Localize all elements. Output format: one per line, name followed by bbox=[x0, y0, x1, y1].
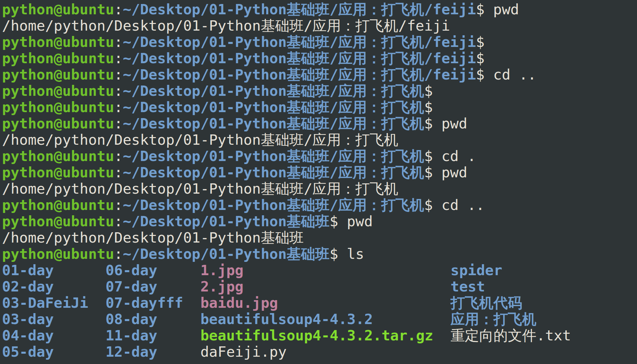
prompt-user-host: python@ubuntu bbox=[2, 1, 114, 18]
terminal-text: /home/python/Desktop/01-Python基础班/应用：打飞机… bbox=[2, 17, 450, 34]
terminal-text bbox=[157, 327, 200, 344]
prompt-user-host: python@ubuntu bbox=[2, 148, 114, 164]
directory-name: 12-day bbox=[106, 343, 157, 360]
terminal-line: python@ubuntu:~/Desktop/01-Python基础班/应用：… bbox=[2, 67, 637, 83]
terminal-line: python@ubuntu:~/Desktop/01-Python基础班/应用：… bbox=[2, 50, 637, 67]
terminal-text: : bbox=[114, 34, 123, 50]
terminal-line: python@ubuntu:~/Desktop/01-Python基础班/应用：… bbox=[2, 99, 637, 115]
prompt-user-host: python@ubuntu bbox=[2, 246, 114, 262]
directory-name: 03-day bbox=[2, 311, 54, 327]
terminal-line: /home/python/Desktop/01-Python基础班/应用：打飞机… bbox=[2, 18, 637, 34]
terminal-text: /home/python/Desktop/01-Python基础班/应用：打飞机 bbox=[2, 180, 398, 197]
terminal-text: : bbox=[114, 1, 123, 18]
terminal-text: $ pwd bbox=[329, 213, 372, 230]
terminal-text bbox=[157, 311, 200, 327]
terminal-text bbox=[433, 327, 450, 344]
terminal-screen[interactable]: python@ubuntu:~/Desktop/01-Python基础班/应用：… bbox=[0, 0, 637, 364]
terminal-text bbox=[373, 311, 450, 327]
terminal-text: : bbox=[114, 164, 123, 181]
terminal-text: $ pwd bbox=[424, 115, 467, 132]
terminal-line: python@ubuntu:~/Desktop/01-Python基础班/应用：… bbox=[2, 83, 637, 99]
archive-file-name: beautifulsoup4-4.3.2.tar.gz bbox=[200, 327, 433, 344]
terminal-line: python@ubuntu:~/Desktop/01-Python基础班/应用：… bbox=[2, 115, 637, 132]
terminal-text bbox=[157, 262, 200, 278]
directory-name: 05-day bbox=[2, 343, 54, 360]
terminal-text: /home/python/Desktop/01-Python基础班/应用：打飞机 bbox=[2, 131, 398, 148]
terminal-text: : bbox=[114, 99, 123, 115]
terminal-line: 05-day 12-day daFeiji.py bbox=[2, 344, 637, 360]
terminal-line: python@ubuntu:~/Desktop/01-Python基础班/应用：… bbox=[2, 197, 637, 213]
image-file-name: 2.jpg bbox=[200, 278, 243, 295]
image-file-name: baidu.jpg bbox=[200, 294, 278, 311]
terminal-line: 03-DaFeiJi 07-dayfff baidu.jpg 打飞机代码 bbox=[2, 295, 637, 311]
terminal-line: 03-day 08-day beautifulsoup4-4.3.2 应用：打飞… bbox=[2, 311, 637, 327]
terminal-text bbox=[88, 294, 106, 311]
terminal-text bbox=[54, 311, 105, 327]
terminal-text: $ cd .. bbox=[476, 66, 536, 83]
terminal-text bbox=[244, 278, 450, 295]
directory-name: 应用：打飞机 bbox=[450, 311, 536, 327]
file-name: daFeiji.py bbox=[200, 343, 287, 360]
terminal-text: $ ls bbox=[329, 246, 364, 262]
prompt-path: ~/Desktop/01-Python基础班/应用：打飞机/feiji bbox=[123, 50, 476, 67]
prompt-path: ~/Desktop/01-Python基础班/应用：打飞机 bbox=[123, 115, 424, 132]
terminal-text bbox=[157, 343, 200, 360]
terminal-text: : bbox=[114, 197, 123, 213]
terminal-text: $ bbox=[476, 50, 485, 67]
terminal-text bbox=[244, 262, 450, 278]
terminal-line: /home/python/Desktop/01-Python基础班/应用：打飞机 bbox=[2, 132, 637, 148]
directory-name: 04-day bbox=[2, 327, 54, 344]
prompt-path: ~/Desktop/01-Python基础班 bbox=[123, 213, 329, 230]
prompt-path: ~/Desktop/01-Python基础班/应用：打飞机/feiji bbox=[123, 34, 476, 50]
terminal-line: 04-day 11-day beautifulsoup4-4.3.2.tar.g… bbox=[2, 327, 637, 344]
terminal-line: python@ubuntu:~/Desktop/01-Python基础班$ pw… bbox=[2, 213, 637, 230]
terminal-line: /home/python/Desktop/01-Python基础班/应用：打飞机 bbox=[2, 181, 637, 197]
terminal-text: : bbox=[114, 213, 123, 230]
prompt-user-host: python@ubuntu bbox=[2, 115, 114, 132]
terminal-text bbox=[183, 294, 201, 311]
terminal-text: $ cd .. bbox=[424, 197, 484, 213]
terminal-text: $ bbox=[424, 99, 433, 115]
terminal-text: $ bbox=[476, 34, 485, 50]
terminal-text bbox=[54, 343, 105, 360]
terminal-line: python@ubuntu:~/Desktop/01-Python基础班/应用：… bbox=[2, 164, 637, 181]
directory-name: 打飞机代码 bbox=[450, 294, 522, 311]
terminal-text bbox=[54, 278, 105, 295]
prompt-path: ~/Desktop/01-Python基础班/应用：打飞机 bbox=[123, 164, 424, 181]
prompt-user-host: python@ubuntu bbox=[2, 213, 114, 230]
prompt-user-host: python@ubuntu bbox=[2, 99, 114, 115]
directory-name: 02-day bbox=[2, 278, 54, 295]
terminal-text: $ cd . bbox=[424, 148, 476, 164]
directory-name: 07-day bbox=[106, 278, 157, 295]
directory-name: 06-day bbox=[106, 262, 157, 278]
prompt-user-host: python@ubuntu bbox=[2, 66, 114, 83]
terminal-line: 01-day 06-day 1.jpg spider bbox=[2, 262, 637, 278]
prompt-user-host: python@ubuntu bbox=[2, 83, 114, 99]
prompt-user-host: python@ubuntu bbox=[2, 164, 114, 181]
image-file-name: 1.jpg bbox=[200, 262, 243, 278]
prompt-path: ~/Desktop/01-Python基础班/应用：打飞机/feiji bbox=[123, 1, 476, 18]
prompt-path: ~/Desktop/01-Python基础班/应用：打飞机/feiji bbox=[123, 66, 476, 83]
prompt-user-host: python@ubuntu bbox=[2, 34, 114, 50]
terminal-line: python@ubuntu:~/Desktop/01-Python基础班$ ls bbox=[2, 246, 637, 262]
terminal-line: 02-day 07-day 2.jpg test bbox=[2, 278, 637, 295]
prompt-path: ~/Desktop/01-Python基础班/应用：打飞机 bbox=[123, 148, 424, 164]
terminal-text: : bbox=[114, 246, 123, 262]
terminal-text bbox=[54, 262, 105, 278]
directory-name: 11-day bbox=[106, 327, 157, 344]
directory-name: test bbox=[450, 278, 485, 295]
terminal-line: /home/python/Desktop/01-Python基础班 bbox=[2, 230, 637, 246]
directory-name: beautifulsoup4-4.3.2 bbox=[200, 311, 373, 327]
terminal-text bbox=[278, 294, 450, 311]
directory-name: 07-dayfff bbox=[106, 294, 183, 311]
terminal-text: : bbox=[114, 115, 123, 132]
directory-name: 08-day bbox=[106, 311, 157, 327]
terminal-text bbox=[157, 278, 200, 295]
prompt-path: ~/Desktop/01-Python基础班/应用：打飞机 bbox=[123, 99, 424, 115]
prompt-user-host: python@ubuntu bbox=[2, 197, 114, 213]
terminal-text: : bbox=[114, 50, 123, 67]
directory-name: spider bbox=[450, 262, 502, 278]
terminal-text: $ pwd bbox=[424, 164, 467, 181]
terminal-text: : bbox=[114, 66, 123, 83]
terminal-line: python@ubuntu:~/Desktop/01-Python基础班/应用：… bbox=[2, 1, 637, 18]
